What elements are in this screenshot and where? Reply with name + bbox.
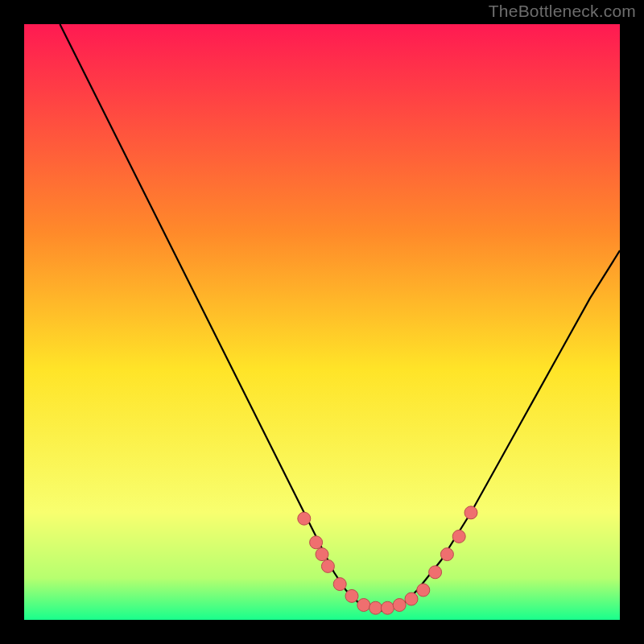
curve-marker <box>429 566 442 579</box>
bottleneck-plot <box>24 24 620 620</box>
curve-marker <box>452 530 465 543</box>
curve-marker <box>333 578 346 591</box>
curve-marker <box>440 548 453 561</box>
curve-marker <box>405 592 418 605</box>
curve-marker <box>316 548 328 561</box>
curve-marker <box>321 559 334 572</box>
gradient-background <box>24 24 620 620</box>
curve-marker <box>417 584 430 597</box>
chart-frame: TheBottleneck.com <box>0 0 644 644</box>
curve-marker <box>369 601 382 614</box>
watermark-label: TheBottleneck.com <box>489 2 636 21</box>
curve-marker <box>381 601 394 614</box>
plot-svg <box>24 24 620 620</box>
curve-marker <box>310 536 323 549</box>
curve-marker <box>357 599 370 612</box>
curve-marker <box>298 512 311 525</box>
curve-marker <box>393 599 406 612</box>
curve-marker <box>464 506 477 519</box>
curve-marker <box>345 589 358 602</box>
